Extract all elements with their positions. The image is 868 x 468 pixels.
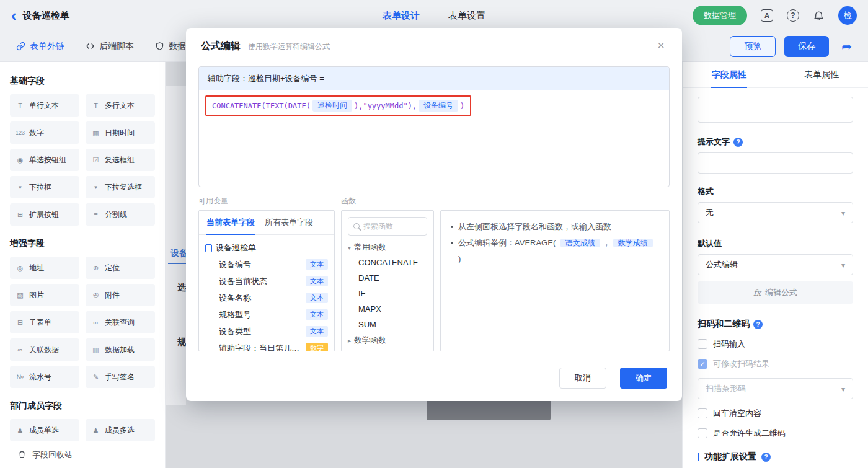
help-icon[interactable]	[787, 9, 799, 22]
palette-item-extend-button[interactable]: ⊞扩展按钮	[10, 203, 79, 226]
function-item-date[interactable]: DATE	[342, 270, 433, 286]
checkbox-enter-clear[interactable]: 回车清空内容	[698, 408, 853, 419]
palette-item-divider[interactable]: ≡分割线	[86, 203, 155, 226]
checkbox-label: 是否允许生成二维码	[713, 428, 786, 439]
subform-icon: ⊟	[16, 319, 25, 327]
barcode-select[interactable]: 扫描条形码	[698, 378, 853, 399]
variable-field-row[interactable]: 设备编号文本	[205, 256, 328, 273]
variable-field-row[interactable]: 规格型号文本	[205, 306, 328, 323]
toolbar-item-external-link[interactable]: 表单外链	[16, 41, 64, 52]
single-line-text-icon: T	[16, 102, 25, 109]
tab-form-settings[interactable]: 表单设置	[448, 10, 485, 22]
help-circle-icon[interactable]	[753, 320, 763, 329]
checkbox-icon: ☑	[91, 156, 100, 164]
help-circle-icon[interactable]	[761, 453, 771, 462]
format-select[interactable]: 无	[698, 202, 853, 223]
function-group-math[interactable]: 数学函数	[342, 332, 433, 348]
palette-item-data-load[interactable]: ▥数据加载	[86, 338, 155, 361]
hint-text-input[interactable]	[698, 152, 853, 174]
palette-item-label: 多行文本	[105, 100, 135, 111]
formula-editor-area[interactable]: CONCATENATE(TEXT(DATE( 巡检时间 ),"yyyyMMdd"…	[199, 90, 669, 187]
function-group-common[interactable]: 常用函数	[342, 239, 433, 255]
field-chip-inspection-time[interactable]: 巡检时间	[312, 100, 352, 112]
user-avatar[interactable]: 检	[838, 6, 857, 25]
function-search-input[interactable]	[363, 222, 422, 231]
function-group-text[interactable]: 文本函数	[342, 348, 433, 351]
palette-item-dropdown-multi[interactable]: ▼下拉复选框	[86, 176, 155, 198]
palette-item-image[interactable]: ▧图片	[10, 284, 79, 306]
bullet-icon	[451, 226, 453, 228]
checkbox-allow-qrcode[interactable]: 是否允许生成二维码	[698, 428, 853, 439]
palette-item-number[interactable]: 123数字	[10, 121, 79, 144]
palette-item-linked-data[interactable]: ∞关联数据	[10, 338, 79, 361]
canvas-dimmed-button[interactable]	[427, 400, 551, 420]
tab-form-design[interactable]: 表单设计	[383, 10, 420, 22]
palette-item-attachment[interactable]: ✇附件	[86, 284, 155, 306]
back-icon[interactable]	[11, 9, 17, 22]
tab-form-properties[interactable]: 表单属性	[776, 62, 868, 87]
edit-formula-button[interactable]: fx编辑公式	[698, 281, 853, 304]
tab-field-properties[interactable]: 字段属性	[683, 62, 776, 87]
palette-item-linked-query[interactable]: ∞关联查询	[86, 311, 155, 333]
palette-item-checkbox-group[interactable]: ☑复选框组	[86, 149, 155, 171]
checkbox-scan-input[interactable]: 扫码输入	[698, 338, 853, 350]
translate-icon[interactable]	[761, 9, 773, 22]
cancel-button[interactable]: 取消	[559, 368, 606, 389]
field-type-badge: 数字	[306, 343, 328, 351]
function-search[interactable]	[348, 217, 427, 236]
palette-item-address[interactable]: ◎地址	[10, 257, 79, 279]
variable-field-row[interactable]: 辅助字段：当日第几次...数字	[205, 340, 328, 351]
palette-item-single-line-text[interactable]: T单行文本	[10, 94, 79, 117]
chart-icon: ▥	[91, 346, 100, 354]
variable-field-row[interactable]: 设备名称文本	[205, 289, 328, 306]
palette-item-member-single[interactable]: ♟成员单选	[10, 419, 79, 441]
functions-panel: 常用函数 CONCATENATE DATE IF MAPX SUM 数学函数 文…	[341, 210, 434, 351]
palette-item-label: 单行文本	[29, 100, 59, 111]
field-palette-sidebar: 基础字段 T单行文本 T多行文本 123数字 ▦日期时间 ◉单选按钮组 ☑复选框…	[0, 62, 166, 468]
field-recycle-bin[interactable]: 字段回收站	[0, 441, 165, 468]
palette-item-multi-line-text[interactable]: T多行文本	[86, 94, 155, 117]
checkbox-unchecked[interactable]	[698, 428, 707, 438]
notification-bell-icon[interactable]	[813, 10, 825, 22]
palette-item-signature[interactable]: ✎手写签名	[86, 366, 155, 388]
default-value-select[interactable]: 公式编辑	[698, 254, 853, 275]
help-circle-icon[interactable]	[733, 138, 743, 147]
palette-item-label: 扩展按钮	[29, 210, 59, 220]
tab-current-form-fields[interactable]: 当前表单字段	[206, 217, 255, 235]
bullet-icon	[451, 242, 453, 244]
function-item-mapx[interactable]: MAPX	[342, 301, 433, 317]
function-item-if[interactable]: IF	[342, 286, 433, 301]
checkbox-scan-modifiable[interactable]: 可修改扫码结果	[698, 358, 853, 369]
palette-item-label: 流水号	[29, 372, 51, 382]
variables-tree-root[interactable]: 设备巡检单	[205, 240, 328, 256]
tab-all-form-fields[interactable]: 所有表单字段	[265, 217, 313, 234]
canvas-tab-device[interactable]: 设备	[170, 248, 188, 259]
data-manage-button[interactable]: 数据管理	[693, 6, 747, 25]
share-icon[interactable]	[841, 39, 852, 54]
variable-field-row[interactable]: 设备类型文本	[205, 323, 328, 340]
save-button[interactable]: 保存	[784, 36, 829, 57]
preview-button[interactable]: 预览	[730, 36, 776, 57]
default-value-label: 默认值	[698, 238, 722, 249]
checkbox-unchecked[interactable]	[698, 339, 707, 349]
number-icon: 123	[16, 130, 25, 136]
palette-item-radio-group[interactable]: ◉单选按钮组	[10, 149, 79, 171]
checkbox-checked[interactable]	[698, 359, 707, 369]
function-item-sum[interactable]: SUM	[342, 317, 433, 332]
palette-item-location[interactable]: ⊕定位	[86, 257, 155, 279]
palette-item-datetime[interactable]: ▦日期时间	[86, 121, 155, 144]
palette-item-subform[interactable]: ⊟子表单	[10, 311, 79, 333]
palette-item-serial-number[interactable]: №流水号	[10, 366, 79, 388]
close-icon[interactable]: ×	[653, 38, 668, 53]
palette-item-label: 手写签名	[105, 372, 135, 382]
variable-field-row[interactable]: 设备当前状态文本	[205, 273, 328, 289]
palette-item-dropdown[interactable]: ▼下拉框	[10, 176, 79, 198]
function-item-concatenate[interactable]: CONCATENATE	[342, 255, 433, 270]
confirm-button[interactable]: 确定	[620, 368, 667, 389]
toolbar-item-backend-script[interactable]: 后端脚本	[86, 41, 134, 52]
field-chip-device-number[interactable]: 设备编号	[418, 100, 458, 112]
checkbox-unchecked[interactable]	[698, 408, 707, 418]
palette-item-member-multi[interactable]: ♟成员多选	[86, 419, 155, 441]
scan-section-title: 扫码和二维码	[698, 319, 750, 330]
field-title-input[interactable]	[698, 97, 853, 123]
